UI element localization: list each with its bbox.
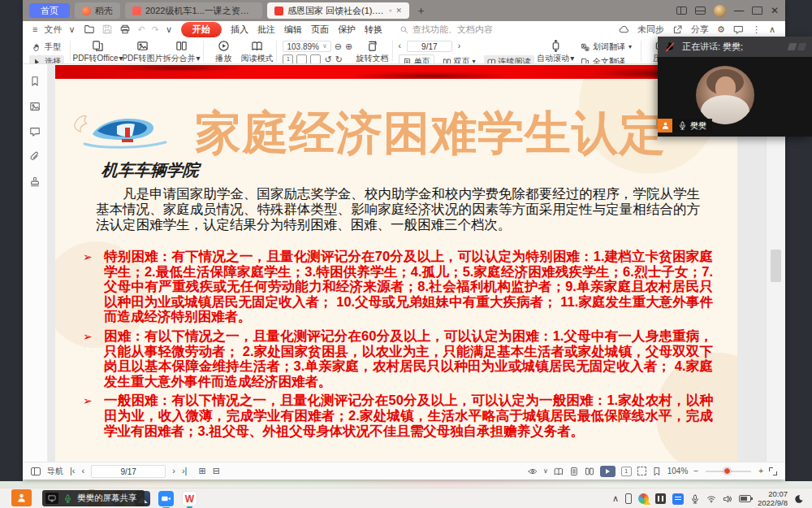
fit-width-icon[interactable] <box>296 54 307 64</box>
hand-tool[interactable]: 手型 <box>29 41 64 54</box>
tab-home[interactable]: 首页 <box>29 3 70 18</box>
navigation-panel-icon[interactable] <box>31 467 41 475</box>
continuous-icon[interactable] <box>554 467 564 476</box>
insert-page-icon[interactable]: ⊞ <box>198 467 205 475</box>
double-page-button[interactable]: 双页 ▾ <box>439 55 479 64</box>
read-mode-button[interactable]: 阅读模式 <box>243 39 270 64</box>
menu-tab-start[interactable]: 开始 <box>181 22 222 37</box>
participant-video[interactable]: 樊樊 <box>658 57 812 137</box>
prev-page-icon[interactable]: ‹ <box>399 42 401 50</box>
rotate-right-icon[interactable]: ↻ <box>335 55 343 64</box>
double-page-icon[interactable] <box>585 467 594 476</box>
restore-button[interactable] <box>752 7 762 15</box>
usb-device-icon[interactable] <box>625 493 632 504</box>
fullscreen-icon[interactable] <box>769 467 777 475</box>
eye-protect-icon[interactable] <box>528 467 538 476</box>
account-avatar[interactable] <box>714 5 726 17</box>
zoom-slider[interactable] <box>706 471 751 472</box>
bookmark-icon[interactable] <box>29 76 41 87</box>
page-indicator[interactable]: 9/17 <box>91 465 166 478</box>
share-label[interactable]: 分享 <box>691 24 709 36</box>
play-slideshow-button[interactable] <box>600 466 615 477</box>
attachment-icon[interactable] <box>29 151 41 163</box>
tab-presentation[interactable]: 2022级机车1...一课之资助宣讲1 <box>125 2 262 19</box>
file-menu[interactable]: ≡ 文件 ∨ <box>32 24 75 36</box>
actual-size-icon[interactable]: 1 <box>621 467 632 476</box>
menu-tab-annotate[interactable]: 批注 <box>257 24 275 36</box>
update-warning-icon[interactable] <box>638 493 649 504</box>
page-indicator[interactable]: 9/17 <box>407 41 452 52</box>
rotate-doc-button[interactable]: 旋转文档 <box>358 39 386 64</box>
single-page-button[interactable]: 单页 <box>399 54 434 64</box>
meeting-app-icon[interactable] <box>158 491 174 506</box>
navigation-label[interactable]: 导航 <box>47 466 63 477</box>
speaker-icon[interactable] <box>723 494 732 504</box>
zoom-in-icon[interactable]: ⊕ <box>345 42 352 51</box>
redo-icon[interactable]: ↷ <box>152 25 159 34</box>
tab-pdf-active[interactable]: 感恩国家 回馈社会(1).pdf ▫ ✕ <box>267 2 409 19</box>
layout-split-icon[interactable] <box>676 7 687 15</box>
zoom-slider-thumb[interactable] <box>723 467 731 475</box>
share-icon[interactable] <box>672 24 683 35</box>
format-caret-icon[interactable]: ∨ <box>166 25 172 34</box>
last-page-icon[interactable]: ›| <box>182 467 188 475</box>
zoom-level[interactable]: 104% <box>667 467 689 475</box>
menu-tab-protect[interactable]: 保护 <box>338 24 356 36</box>
cloud-sync-icon[interactable] <box>619 24 629 35</box>
word-translate-button[interactable]: 划词翻译 ▾ <box>577 41 635 54</box>
screen-share-indicator[interactable]: 樊樊的屏幕共享 <box>42 490 145 506</box>
save-icon[interactable] <box>102 24 113 35</box>
bookmark-icon[interactable] <box>652 467 662 476</box>
open-folder-icon[interactable] <box>84 24 95 35</box>
menu-tab-convert[interactable]: 转换 <box>365 24 382 36</box>
app-tray-icon[interactable] <box>655 493 666 504</box>
docs-tray-icon[interactable] <box>672 493 684 505</box>
new-tab-button[interactable]: ＋ <box>414 3 428 18</box>
menu-tab-insert[interactable]: 插入 <box>231 24 248 36</box>
tab-pin-icon[interactable]: ▫ <box>389 7 391 15</box>
thumbnail-icon[interactable] <box>29 101 41 112</box>
continuous-read-button[interactable]: 连续阅读 <box>484 55 534 64</box>
menu-tab-edit[interactable]: 编辑 <box>284 24 302 36</box>
search-box[interactable]: 查找功能、文档内容 <box>400 24 493 36</box>
crop-icon[interactable] <box>637 467 646 475</box>
taskbar-clock[interactable]: 20:07 2022/9/8 <box>758 490 788 507</box>
fit-page-icon[interactable] <box>310 54 321 64</box>
actual-size-icon[interactable]: 1 <box>283 54 293 64</box>
collapse-ribbon-icon[interactable]: ∧ <box>769 25 775 34</box>
zoom-out-icon[interactable]: ⊖ <box>335 42 342 51</box>
zoom-out-icon[interactable]: − <box>693 467 698 475</box>
rotate-left-icon[interactable]: ↺ <box>324 55 331 64</box>
single-page-icon[interactable] <box>569 467 579 476</box>
wps-app-icon[interactable]: W <box>182 491 197 506</box>
tab-close-icon[interactable]: ✕ <box>395 7 402 15</box>
gear-icon[interactable]: ⚙ <box>717 25 725 34</box>
tray-expand-icon[interactable]: ∧ <box>612 494 619 503</box>
scrollbar-thumb[interactable] <box>771 250 781 282</box>
pdf-to-office-button[interactable]: PDF转Office▾ <box>76 39 119 64</box>
more-icon[interactable]: ⋮ <box>752 25 761 34</box>
battery-icon[interactable] <box>739 495 751 502</box>
stamp-icon[interactable] <box>29 176 41 188</box>
network-icon[interactable] <box>706 494 716 504</box>
full-translate-button[interactable]: 全文翻译 <box>577 55 635 64</box>
remove-page-icon[interactable]: ⊟ <box>213 467 220 475</box>
feedback-icon[interactable] <box>733 24 744 35</box>
next-page-icon[interactable]: › <box>172 467 175 475</box>
select-tool[interactable]: 选择 <box>29 55 64 64</box>
undo-icon[interactable]: ↶ <box>137 25 145 34</box>
print-icon[interactable] <box>119 24 131 35</box>
meeting-taskbar-button[interactable] <box>11 489 32 506</box>
minimize-button[interactable]: — <box>734 6 744 15</box>
mic-tray-icon[interactable] <box>690 494 700 504</box>
zoom-value-dropdown[interactable]: 103.89% ∨ <box>283 41 330 52</box>
zoom-in-icon[interactable]: + <box>758 467 763 475</box>
mic-muted-icon[interactable] <box>664 41 676 53</box>
menu-tab-page[interactable]: 页面 <box>311 24 329 36</box>
comment-icon[interactable] <box>29 126 41 137</box>
first-page-icon[interactable]: |‹ <box>70 467 76 475</box>
chevron-down-icon[interactable]: ∨ <box>543 468 548 475</box>
auto-scroll-button[interactable]: 自动滚动▾ <box>540 39 572 64</box>
tab-docer[interactable]: 稻壳 <box>75 2 120 19</box>
close-button[interactable]: ✕ <box>771 6 779 15</box>
